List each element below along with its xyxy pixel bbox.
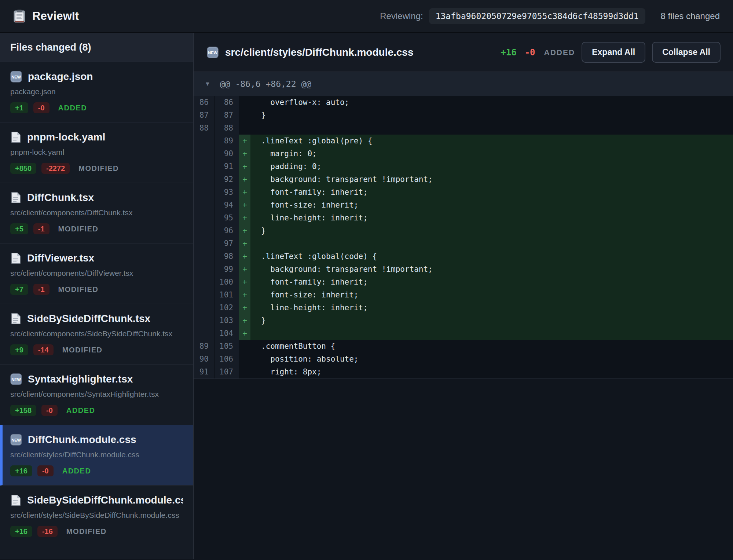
new-line-number: 96 — [215, 224, 239, 237]
svg-text:NEW: NEW — [11, 377, 21, 382]
sidebar-file-item[interactable]: DiffChunk.tsx src/client/components/Diff… — [0, 183, 193, 244]
file-path: src/client/components/SideBySideDiffChun… — [10, 329, 183, 338]
files-sidebar: Files changed (8) NEW package.json packa… — [0, 33, 194, 559]
diff-file-title: src/client/styles/DiffChunk.module.css — [225, 47, 414, 58]
diff-sign-marker: + — [239, 250, 250, 263]
new-file-icon: NEW — [10, 71, 22, 83]
new-line-number: 101 — [215, 289, 239, 301]
status-badge: MODIFIED — [66, 527, 107, 536]
code-line-text: font-family: inherit; — [250, 186, 368, 199]
new-file-icon: NEW — [10, 373, 22, 385]
clipboard-icon — [13, 9, 26, 23]
old-line-number — [194, 224, 215, 237]
deletions-badge: -1 — [33, 223, 50, 234]
diff-line-row: 103 + } — [194, 314, 733, 327]
file-path: src/client/styles/SideBySideDiffChunk.mo… — [10, 511, 183, 520]
diff-sign-marker — [239, 353, 250, 366]
new-line-number: 89 — [215, 135, 239, 147]
old-line-number — [194, 289, 215, 301]
file-path: package.json — [10, 87, 183, 96]
new-line-number: 105 — [215, 340, 239, 353]
additions-badge: +16 — [10, 526, 32, 537]
diff-sign-marker — [239, 109, 250, 122]
file-name: SideBySideDiffChunk.tsx — [27, 313, 150, 325]
commit-hash-badge: 13afba9602050729e97055c384d6cf48599d3dd1 — [429, 8, 645, 24]
old-line-number: 86 — [194, 96, 215, 109]
old-line-number — [194, 301, 215, 314]
file-name: DiffChunk.tsx — [27, 192, 94, 204]
diff-line-row: 90 106 position: absolute; — [194, 353, 733, 366]
old-line-number: 91 — [194, 366, 215, 378]
deletions-badge: -1 — [33, 284, 50, 295]
code-line-text: .commentButton { — [250, 340, 335, 353]
diff-sign-marker: + — [239, 237, 250, 250]
file-icon — [10, 131, 21, 143]
code-line-text: margin: 0; — [250, 147, 317, 160]
file-name: SideBySideDiffChunk.module.css — [27, 494, 183, 506]
code-line-text — [250, 237, 261, 250]
file-icon — [10, 192, 21, 204]
diff-additions: +16 — [501, 47, 516, 58]
diff-sign-marker: + — [239, 173, 250, 186]
hunk-header[interactable]: ▼ @@ -86,6 +86,22 @@ — [194, 72, 733, 96]
code-line-text: background: transparent !important; — [250, 173, 433, 186]
new-line-number: 104 — [215, 327, 239, 340]
code-line-text: .lineText :global(code) { — [250, 250, 377, 263]
old-line-number — [194, 276, 215, 289]
diff-table: 86 86 overflow-x: auto; 87 87 } 88 88 — [194, 96, 733, 379]
code-line-text — [250, 122, 261, 135]
code-line-text: background: transparent !important; — [250, 263, 433, 276]
status-badge: MODIFIED — [78, 164, 119, 173]
file-icon — [10, 313, 21, 325]
new-line-number: 103 — [215, 314, 239, 327]
file-list: NEW package.json package.json +1 -0 ADDE… — [0, 62, 193, 546]
sidebar-file-item[interactable]: pnpm-lock.yaml pnpm-lock.yaml +850 -2272… — [0, 122, 193, 183]
code-line-text: } — [250, 109, 266, 122]
new-line-number: 87 — [215, 109, 239, 122]
status-badge: MODIFIED — [58, 285, 99, 294]
diff-deletions: -0 — [525, 47, 535, 58]
file-path: src/client/components/DiffChunk.tsx — [10, 208, 183, 217]
diff-sign-marker — [239, 122, 250, 135]
status-badge: ADDED — [66, 406, 95, 415]
diff-sign-marker: + — [239, 289, 250, 301]
code-line-text: font-family: inherit; — [250, 276, 368, 289]
code-line-text: position: absolute; — [250, 353, 359, 366]
sidebar-file-item[interactable]: NEW package.json package.json +1 -0 ADDE… — [0, 62, 193, 122]
additions-badge: +1 — [10, 102, 28, 113]
diff-line-row: 102 + line-height: inherit; — [194, 301, 733, 314]
svg-text:NEW: NEW — [208, 51, 217, 55]
diff-line-row: 91 + padding: 0; — [194, 160, 733, 173]
diff-sign-marker: + — [239, 314, 250, 327]
additions-badge: +16 — [10, 465, 32, 476]
collapse-all-button[interactable]: Collapse All — [652, 42, 721, 63]
collapse-triangle-icon[interactable]: ▼ — [205, 81, 210, 87]
old-line-number: 90 — [194, 353, 215, 366]
file-icon — [10, 252, 21, 264]
diff-line-row: 95 + line-height: inherit; — [194, 212, 733, 224]
additions-badge: +158 — [10, 405, 36, 416]
diff-line-row: 90 + margin: 0; — [194, 147, 733, 160]
code-line-text: font-size: inherit; — [250, 199, 359, 212]
old-line-number — [194, 237, 215, 250]
code-line-text: .lineText :global(pre) { — [250, 135, 372, 147]
old-line-number: 89 — [194, 340, 215, 353]
sidebar-file-item[interactable]: NEW SyntaxHighlighter.tsx src/client/com… — [0, 365, 193, 425]
sidebar-file-item[interactable]: SideBySideDiffChunk.module.css src/clien… — [0, 486, 193, 546]
file-name: package.json — [28, 71, 93, 83]
diff-line-row: 89 105 .commentButton { — [194, 340, 733, 353]
sidebar-file-item[interactable]: SideBySideDiffChunk.tsx src/client/compo… — [0, 304, 193, 365]
file-icon — [10, 494, 21, 506]
sidebar-file-item[interactable]: DiffViewer.tsx src/client/components/Dif… — [0, 244, 193, 304]
status-badge: MODIFIED — [62, 346, 103, 354]
expand-all-button[interactable]: Expand All — [582, 42, 645, 63]
deletions-badge: -14 — [33, 344, 54, 355]
file-name: SyntaxHighlighter.tsx — [28, 373, 133, 385]
brand: ReviewIt — [13, 9, 79, 23]
file-path: pnpm-lock.yaml — [10, 148, 183, 157]
sidebar-file-item[interactable]: NEW DiffChunk.module.css src/client/styl… — [0, 425, 193, 486]
new-line-number: 107 — [215, 366, 239, 378]
svg-text:NEW: NEW — [11, 75, 21, 79]
app-title: ReviewIt — [32, 10, 79, 23]
code-line-text: } — [250, 224, 266, 237]
